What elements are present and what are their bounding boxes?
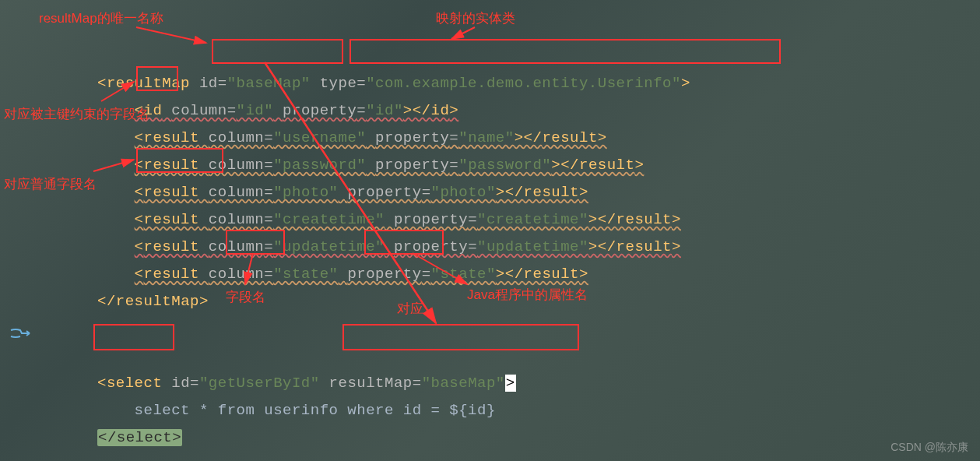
anno-primary-key: 对应被主键约束的字段名	[4, 105, 149, 123]
anno-normal-field: 对应普通字段名	[4, 175, 97, 193]
type-attr-name: type	[320, 75, 357, 92]
resultmap-tag: resultMap	[107, 75, 190, 92]
anno-correspond: 对应	[397, 300, 423, 318]
sql-text: select * from userinfo where id = ${id}	[135, 402, 496, 419]
anno-column-name: 字段名	[226, 288, 265, 306]
svg-line-1	[451, 27, 475, 39]
anno-resultmap-name: resultMap的唯一名称	[39, 9, 163, 27]
anno-entity-class: 映射的实体类	[436, 9, 515, 27]
anno-java-prop: Java程序中的属性名	[467, 286, 588, 304]
gutter-select-icon[interactable]	[9, 327, 33, 343]
select-resultmap-val: "baseMap"	[422, 375, 505, 392]
id-attr-val: "baseMap"	[227, 75, 311, 92]
select-resultmap-attr: resultMap	[329, 375, 413, 392]
id-attr-name: id	[199, 75, 218, 92]
watermark: CSDN @陈亦康	[890, 441, 968, 455]
select-id-val: "getUserById"	[199, 375, 320, 392]
type-attr-val: "com.example.demo.entity.Userinfo"	[366, 75, 681, 92]
result-tag: result	[144, 129, 199, 146]
code-editor: <resultMap id="baseMap" type="com.exampl…	[97, 43, 690, 452]
svg-line-0	[136, 27, 206, 43]
select-tag: select	[107, 375, 162, 392]
